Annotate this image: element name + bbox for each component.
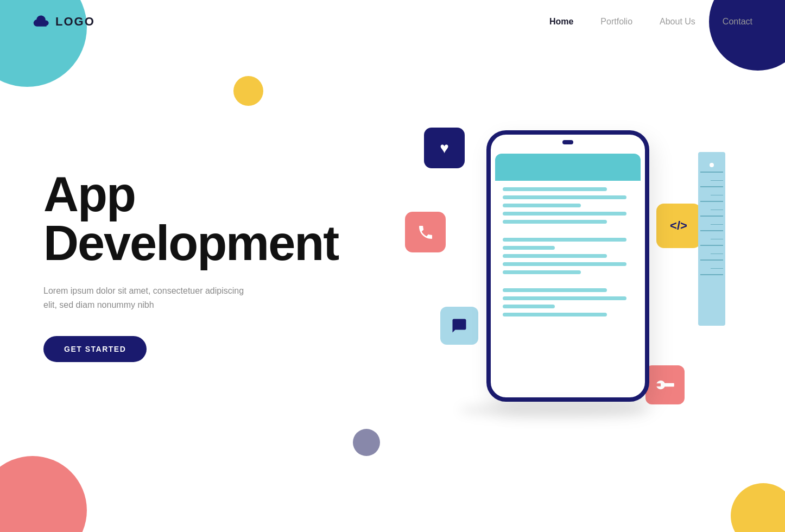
- deco-circle-bottom-left: [0, 456, 87, 532]
- deco-circle-bottom-right: [731, 483, 785, 532]
- code-line: [503, 212, 626, 216]
- code-line: [503, 254, 607, 258]
- ruler-mark-big: [700, 230, 723, 231]
- ruler-mark-big: [700, 274, 723, 275]
- ruler-mark-small: [711, 268, 723, 269]
- code-line: [503, 246, 555, 250]
- navbar: LOGO Home Portfolio About Us Contact: [0, 0, 785, 43]
- ruler-mark-small: [711, 239, 723, 239]
- code-gap: [503, 228, 633, 233]
- nav-about[interactable]: About Us: [660, 17, 695, 27]
- code-line: [503, 204, 581, 207]
- hero-title-line1: App: [43, 167, 135, 221]
- phone-icon: [417, 224, 434, 241]
- ruler-mark-small: [711, 210, 723, 210]
- code-line: [503, 195, 626, 199]
- phone-screen-content: [495, 181, 641, 323]
- code-line: [503, 270, 581, 274]
- code-line: [503, 288, 607, 292]
- code-gap: [503, 278, 633, 284]
- phone-shadow: [459, 402, 649, 418]
- hero-illustration: ♥ </>: [405, 98, 742, 434]
- phone-notch: [562, 140, 573, 144]
- phone-outer: [486, 130, 649, 402]
- hero-subtitle: Lorem ipsum dolor sit amet, consectetuer…: [43, 284, 250, 312]
- code-line: [503, 238, 626, 242]
- nav-links: Home Portfolio About Us Contact: [549, 17, 752, 27]
- wrench-icon: [654, 373, 676, 396]
- ruler-mark-small: [711, 180, 723, 181]
- logo: LOGO: [33, 14, 95, 29]
- code-card: </>: [656, 204, 701, 248]
- phone-screen: [495, 154, 641, 387]
- code-line: [503, 296, 626, 300]
- code-line: [503, 262, 626, 266]
- deco-circle-yellow-top: [233, 76, 263, 106]
- nav-home[interactable]: Home: [549, 17, 573, 27]
- ruler-mark-small: [711, 224, 723, 225]
- logo-text: LOGO: [55, 15, 95, 29]
- ruler-mark-big: [700, 172, 723, 173]
- ruler: [698, 152, 725, 326]
- hero-content: App Development Lorem ipsum dolor sit am…: [43, 170, 338, 362]
- ruler-mark-small: [711, 195, 723, 195]
- chat-card: [440, 307, 478, 345]
- heart-card: ♥: [424, 128, 465, 168]
- ruler-mark-big: [700, 259, 723, 261]
- chat-icon: [451, 318, 467, 334]
- nav-contact[interactable]: Contact: [723, 17, 752, 27]
- ruler-mark-big: [700, 186, 723, 187]
- ruler-dot: [710, 163, 714, 167]
- hero-title-line2: Development: [43, 216, 338, 270]
- code-line: [503, 313, 607, 316]
- deco-circle-bottom-center: [353, 429, 380, 456]
- code-line: [503, 187, 607, 191]
- ruler-mark-big: [700, 245, 723, 246]
- heart-icon: ♥: [440, 140, 449, 157]
- hero-title: App Development: [43, 170, 338, 268]
- ruler-mark-big: [700, 216, 723, 217]
- cloud-icon: [33, 14, 50, 29]
- code-icon: </>: [670, 219, 687, 233]
- wrench-card: [645, 365, 685, 404]
- phone-card: [405, 212, 446, 252]
- nav-portfolio[interactable]: Portfolio: [600, 17, 632, 27]
- ruler-mark-small: [711, 254, 723, 254]
- phone-screen-header: [495, 154, 641, 181]
- code-line: [503, 305, 555, 308]
- code-line: [503, 220, 607, 224]
- get-started-button[interactable]: GET STARTED: [43, 336, 147, 362]
- phone-device: [486, 130, 649, 402]
- ruler-mark-big: [700, 201, 723, 202]
